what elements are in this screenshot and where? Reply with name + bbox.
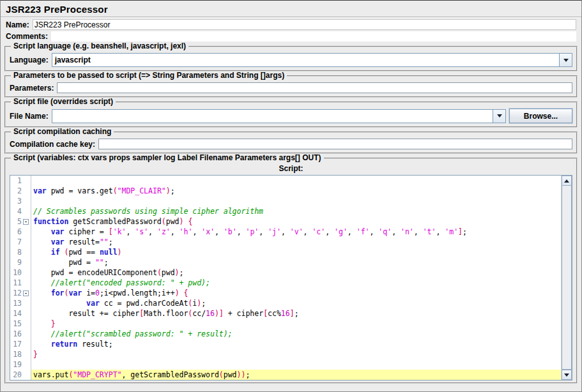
language-label: Language: <box>10 56 49 64</box>
code-line[interactable] <box>31 196 561 206</box>
line-number: 9 <box>10 257 31 268</box>
chevron-down-icon <box>563 59 569 62</box>
language-dropdown-button[interactable] <box>559 54 572 66</box>
line-number: 11 <box>10 278 31 288</box>
language-combobox[interactable]: javascript <box>52 53 572 67</box>
code-line[interactable]: var result=""; <box>31 237 561 247</box>
scrollbar-thumb[interactable] <box>562 186 572 370</box>
code-line[interactable]: result += cipher[Math.floor(cc/16)] + ci… <box>31 308 561 319</box>
code-line[interactable]: } <box>31 319 561 329</box>
browse-button[interactable]: Browse... <box>509 109 572 123</box>
script-language-group: Script language (e.g. beanshell, javascr… <box>4 46 578 72</box>
code-line[interactable]: var cc = pwd.charCodeAt(i); <box>31 298 561 308</box>
code-line[interactable]: if (pwd == null) <box>31 247 561 257</box>
comments-label: Comments: <box>6 32 48 41</box>
code-line[interactable]: } <box>31 349 561 359</box>
page-title: JSR223 PreProcessor <box>6 4 576 15</box>
jsr223-preprocessor-panel: JSR223 PreProcessor Name: Comments: Scri… <box>0 0 582 392</box>
file-name-label: File Name: <box>10 112 49 121</box>
parameters-label: Parameters: <box>10 84 54 93</box>
line-number-gutter: 1234567891011121314151617181920 <box>10 176 31 380</box>
compilation-caching-group: Script compilation caching Compilation c… <box>4 132 578 154</box>
code-line[interactable]: //alert("scrambled password: " + result)… <box>31 329 561 339</box>
line-number: 10 <box>10 268 31 278</box>
line-number: 2 <box>10 186 31 196</box>
code-line[interactable]: //alert("encoded password: " + pwd); <box>31 278 561 288</box>
line-number: 15 <box>10 319 31 329</box>
line-number: 19 <box>10 359 31 370</box>
name-input[interactable] <box>33 19 576 30</box>
code-line[interactable]: return result; <box>31 339 561 349</box>
name-label: Name: <box>6 20 29 29</box>
scroll-down-button[interactable] <box>562 370 572 380</box>
line-number: 3 <box>10 196 31 206</box>
compilation-caching-group-title: Script compilation caching <box>11 128 114 136</box>
fold-collapse-icon[interactable] <box>23 219 29 225</box>
line-number: 17 <box>10 339 31 349</box>
file-name-dropdown-button[interactable] <box>493 110 505 123</box>
code-line[interactable] <box>31 176 561 186</box>
line-number: 20 <box>10 370 31 380</box>
line-number: 8 <box>10 247 31 257</box>
script-code-editor[interactable]: 1234567891011121314151617181920 var pwd … <box>10 175 572 381</box>
parameters-input[interactable] <box>57 82 572 93</box>
line-number: 13 <box>10 298 31 308</box>
line-number: 6 <box>10 227 31 237</box>
comments-row: Comments: <box>1 31 581 42</box>
line-number: 4 <box>10 206 31 216</box>
parameters-group-title: Parameters to be passed to script (=> St… <box>11 72 287 80</box>
script-file-group-title: Script file (overrides script) <box>11 98 116 106</box>
cache-key-input[interactable] <box>98 139 572 149</box>
panel-header: JSR223 PreProcessor <box>1 1 581 17</box>
line-number: 1 <box>10 176 31 186</box>
vertical-scrollbar[interactable] <box>561 176 572 380</box>
code-line[interactable]: vars.put("MDP_CRYPT", getScrambledPasswo… <box>31 370 561 380</box>
code-line[interactable]: for(var i=0;i<pwd.length;i++) { <box>31 288 561 298</box>
line-number: 12 <box>10 288 31 298</box>
code-line[interactable]: function getScrambledPassword(pwd) { <box>31 216 561 227</box>
script-group-title: Script (variables: ctx vars props sample… <box>11 154 324 162</box>
line-number: 5 <box>10 216 31 227</box>
parameters-group: Parameters to be passed to script (=> St… <box>4 75 578 98</box>
code-line[interactable]: pwd = ""; <box>31 257 561 268</box>
scroll-up-button[interactable] <box>562 176 572 186</box>
file-name-value <box>52 110 493 123</box>
code-line[interactable]: // Scrambles passwords using simple ciph… <box>31 206 561 216</box>
line-number: 14 <box>10 308 31 319</box>
code-line[interactable]: var pwd = vars.get("MDP_CLAIR"); <box>31 186 561 196</box>
code-line[interactable]: var cipher = ['k', 's', 'z', 'h', 'x', '… <box>31 227 561 237</box>
language-selected-value: javascript <box>52 54 559 66</box>
name-row: Name: <box>1 17 581 31</box>
fold-collapse-icon[interactable] <box>23 290 29 296</box>
triangle-up-icon <box>564 179 569 183</box>
code-line[interactable]: pwd = encodeURIComponent(pwd); <box>31 268 561 278</box>
triangle-down-icon <box>564 373 569 377</box>
script-file-group: Script file (overrides script) File Name… <box>4 102 578 128</box>
line-number: 16 <box>10 329 31 339</box>
comments-input[interactable] <box>51 31 576 41</box>
code-area[interactable]: var pwd = vars.get("MDP_CLAIR");// Scram… <box>31 176 561 380</box>
script-editor-label: Script: <box>8 163 574 175</box>
line-number: 18 <box>10 349 31 359</box>
line-number: 7 <box>10 237 31 247</box>
cache-key-label: Compilation cache key: <box>10 140 95 149</box>
script-language-group-title: Script language (e.g. beanshell, javascr… <box>11 42 188 50</box>
file-name-combobox[interactable] <box>52 109 506 123</box>
code-line[interactable] <box>31 359 561 370</box>
chevron-down-icon <box>497 114 502 117</box>
script-group: Script (variables: ctx vars props sample… <box>4 158 578 384</box>
